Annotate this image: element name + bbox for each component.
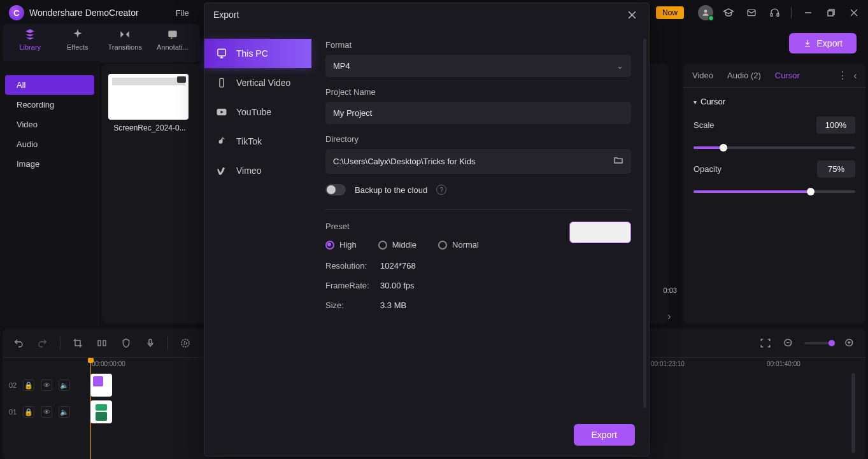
svg-point-13: [184, 341, 187, 344]
lock-icon[interactable]: 🔒: [23, 406, 34, 418]
settings-button[interactable]: Settings: [569, 222, 631, 243]
directory-input[interactable]: C:\Users\Calyx\Desktop\Tricks for Kids: [325, 149, 631, 174]
maximize-icon[interactable]: [820, 0, 843, 25]
sidebar-item-label: This PC: [236, 48, 268, 59]
svg-rect-11: [149, 339, 152, 344]
fit-icon[interactable]: [758, 336, 772, 350]
sidebar-item-this-pc[interactable]: This PC: [204, 39, 311, 68]
gear-icon[interactable]: [178, 336, 192, 350]
prop-tab-audio[interactable]: Audio (2): [727, 71, 761, 80]
redo-icon[interactable]: [36, 336, 50, 350]
svg-rect-21: [218, 49, 225, 56]
preview-time-right: 0:03: [664, 286, 677, 294]
eye-icon[interactable]: 👁: [41, 406, 52, 418]
svg-point-0: [704, 10, 708, 13]
split-icon[interactable]: [95, 336, 109, 350]
cat-recording[interactable]: Recording: [5, 95, 94, 115]
zoomout-icon[interactable]: [781, 336, 795, 350]
zoom-slider[interactable]: [804, 342, 834, 344]
sidebar-item-youtube[interactable]: YouTube: [204, 97, 311, 127]
lock-icon[interactable]: 🔒: [23, 379, 34, 391]
prop-more-icon[interactable]: ⋮: [836, 69, 849, 82]
sidebar-item-label: Vertical Video: [236, 78, 290, 88]
sidebar-item-vimeo[interactable]: Vimeo: [204, 156, 311, 185]
sidebar-item-vertical[interactable]: Vertical Video: [204, 68, 311, 97]
message-icon[interactable]: [740, 0, 763, 25]
sidebar-item-label: YouTube: [236, 107, 271, 117]
app-title: Wondershare DemoCreator: [29, 8, 139, 18]
sidebar-item-label: TikTok: [236, 136, 262, 146]
tab-library[interactable]: Library: [6, 24, 54, 62]
svg-point-12: [181, 339, 189, 347]
backup-toggle[interactable]: [325, 184, 346, 195]
opacity-value[interactable]: 75%: [817, 160, 855, 178]
timeline-scrollbar-v[interactable]: [851, 373, 855, 453]
cursor-section-header[interactable]: Cursor: [694, 97, 855, 106]
export-dialog-title: Export: [213, 10, 239, 20]
avatar-icon[interactable]: [698, 5, 713, 20]
help-icon[interactable]: ?: [436, 185, 446, 195]
track-index: 01: [9, 408, 17, 416]
marker-icon[interactable]: [119, 336, 133, 350]
clip-video[interactable]: [90, 400, 112, 423]
cat-video[interactable]: Video: [5, 115, 94, 134]
academy-icon[interactable]: [717, 0, 740, 25]
clip-cursor[interactable]: [90, 374, 112, 397]
opacity-label: Opacity: [694, 164, 817, 174]
cat-all[interactable]: All: [5, 75, 94, 95]
mute-icon[interactable]: 🔈: [59, 379, 70, 391]
cat-image[interactable]: Image: [5, 154, 94, 174]
svg-rect-22: [220, 78, 224, 87]
scale-label: Scale: [694, 120, 816, 130]
category-sidebar: All Recording Video Audio Image: [0, 61, 99, 326]
undo-icon[interactable]: [11, 336, 25, 350]
voiceover-icon[interactable]: [143, 336, 157, 350]
prop-prev-icon[interactable]: ‹: [849, 69, 862, 82]
track-index: 02: [9, 381, 17, 389]
scale-slider[interactable]: [694, 146, 855, 149]
cat-audio[interactable]: Audio: [5, 134, 94, 154]
resolution-k: Resolution:: [325, 261, 380, 271]
tab-effects[interactable]: Effects: [54, 24, 102, 62]
menu-file[interactable]: File: [164, 6, 201, 20]
tick: 00:01:23:10: [651, 360, 685, 367]
scale-value[interactable]: 100%: [816, 117, 855, 134]
tab-transitions[interactable]: Transitions: [101, 24, 149, 62]
format-select[interactable]: MP4 ⌄: [325, 55, 631, 77]
backup-label: Backup to the cloud: [355, 185, 427, 195]
folder-icon[interactable]: [613, 155, 623, 167]
preview-next-icon[interactable]: ›: [662, 309, 677, 324]
preset-middle-radio[interactable]: Middle: [378, 240, 416, 250]
svg-rect-8: [168, 31, 176, 37]
tick: 00:00:00:00: [92, 360, 125, 367]
crop-icon[interactable]: [71, 336, 85, 350]
tick: 00:01:40:00: [767, 360, 800, 367]
buy-now-button[interactable]: Now: [656, 6, 684, 19]
preset-normal-radio[interactable]: Normal: [438, 240, 479, 250]
tab-annotations[interactable]: Annotati...: [149, 24, 197, 62]
sidebar-item-tiktok[interactable]: TikTok: [204, 127, 311, 156]
minimize-icon[interactable]: [797, 0, 820, 25]
zoomin-icon[interactable]: [843, 336, 857, 350]
close-icon[interactable]: [843, 0, 865, 25]
project-name-input[interactable]: My Project: [325, 102, 631, 124]
format-label: Format: [325, 40, 631, 50]
export-sidebar: This PC Vertical Video YouTube TikTok Vi…: [204, 26, 311, 414]
mute-icon[interactable]: 🔈: [59, 406, 70, 418]
export-button[interactable]: Export: [574, 424, 635, 446]
media-item[interactable]: ScreenRec_2024-0...: [108, 74, 191, 132]
sidebar-item-label: Vimeo: [236, 166, 261, 176]
prop-tab-video[interactable]: Video: [692, 71, 713, 80]
export-dialog: Export This PC Vertical Video YouTube Ti…: [204, 3, 650, 456]
media-thumbnail: [108, 74, 189, 120]
headset-icon[interactable]: [763, 0, 786, 25]
form-scrollbar[interactable]: [643, 39, 646, 408]
eye-icon[interactable]: 👁: [41, 379, 52, 391]
preset-high-radio[interactable]: High: [325, 240, 357, 250]
tool-tabs: Library Effects Transitions Annotati...: [3, 24, 200, 62]
prop-tab-cursor[interactable]: Cursor: [775, 71, 800, 80]
dialog-close-icon[interactable]: [623, 6, 640, 23]
export-button-top[interactable]: Export: [789, 33, 857, 53]
chevron-down-icon: ⌄: [616, 61, 623, 71]
opacity-slider[interactable]: [694, 190, 855, 193]
